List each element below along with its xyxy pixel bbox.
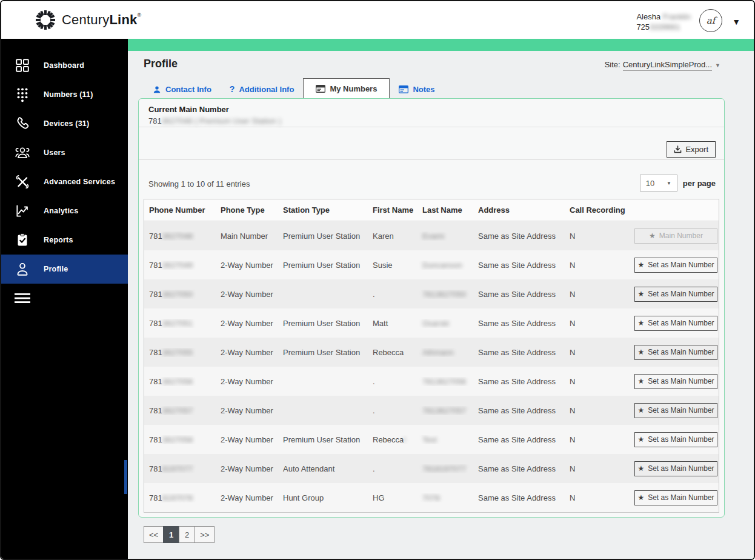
- tab-additional-info[interactable]: ? Additional Info: [221, 79, 304, 99]
- tab-contact-info[interactable]: Contact Info: [144, 79, 221, 99]
- star-icon: ★: [637, 319, 644, 327]
- cell-call-recording: N: [565, 406, 630, 415]
- divider: [139, 127, 724, 127]
- action-label: Set as Main Number: [648, 261, 714, 269]
- hamburger-menu-icon: [13, 292, 32, 305]
- cell-phone-number: 7813627050: [144, 290, 216, 299]
- cell-phone-type: Main Number: [216, 232, 278, 241]
- last-name-blurred: Athmann: [422, 348, 454, 357]
- export-label: Export: [685, 145, 708, 154]
- table-row: 7813627057 2-Way Number . 7813627057 Sam…: [144, 396, 719, 425]
- cell-action: ★Main Number: [630, 228, 719, 244]
- analytics-chart-icon: [13, 203, 32, 219]
- cell-first-name: Rebecca: [368, 348, 417, 357]
- sidebar-item-analytics[interactable]: Analytics: [1, 196, 128, 225]
- download-icon: [674, 145, 682, 153]
- cell-phone-number: 7813627057: [144, 406, 216, 415]
- star-icon: ★: [637, 406, 644, 415]
- export-button[interactable]: Export: [667, 141, 716, 158]
- showing-entries-text: Showing 1 to 10 of 11 entries: [148, 179, 250, 188]
- set-main-number-button[interactable]: ★Set as Main Number: [634, 432, 717, 447]
- pagination-last-button[interactable]: >>: [195, 526, 215, 543]
- last-name-blurred: 7818197077: [422, 464, 466, 473]
- site-selector[interactable]: Site:CenturyLinkSimpleProd...▼: [605, 60, 720, 69]
- centurylink-logo: CenturyLink®: [35, 9, 141, 31]
- top-header: CenturyLink® Alesha Franklin 7253339661 …: [1, 1, 754, 39]
- sidebar-item-reports[interactable]: Reports: [1, 225, 128, 255]
- my-numbers-panel: Current Main Number 7813627048 ( Premium…: [138, 98, 725, 518]
- set-main-number-button[interactable]: ★Set as Main Number: [634, 258, 717, 273]
- phone-number-blurred: 8197078: [162, 493, 193, 502]
- pagination-page-1[interactable]: 1: [163, 526, 179, 543]
- sidebar-menu-toggle[interactable]: [1, 284, 128, 313]
- avatar[interactable]: af: [699, 9, 722, 32]
- current-main-number-value: 7813627048 ( Premium User Station ): [148, 116, 281, 125]
- site-caret-icon: ▼: [715, 62, 720, 68]
- cell-action: ★Set as Main Number: [630, 374, 719, 389]
- site-label: Site:: [605, 60, 620, 69]
- last-name-blurred: Duncanson: [422, 261, 462, 270]
- sidebar-item-users[interactable]: Users: [1, 138, 128, 167]
- set-main-number-button[interactable]: ★Set as Main Number: [634, 490, 717, 505]
- sidebar-item-numbers[interactable]: Numbers (11): [1, 80, 128, 109]
- user-menu-caret-icon[interactable]: ▼: [732, 17, 740, 27]
- sidebar: Dashboard Numbers (11) Devices (31): [1, 39, 128, 559]
- sidebar-item-dashboard[interactable]: Dashboard: [1, 51, 128, 80]
- set-main-number-button[interactable]: ★Main Number: [634, 228, 717, 244]
- tab-notes[interactable]: Notes: [390, 79, 444, 99]
- sidebar-scrollbar[interactable]: [124, 460, 127, 494]
- cell-first-name: HG: [368, 493, 417, 502]
- cell-action: ★Set as Main Number: [630, 432, 719, 447]
- set-main-number-button[interactable]: ★Set as Main Number: [634, 345, 717, 360]
- per-page-value: 10: [646, 179, 654, 188]
- cell-station-type: Premium User Station: [278, 232, 368, 241]
- set-main-number-button[interactable]: ★Set as Main Number: [634, 287, 717, 302]
- table-row: 7818197077 2-Way Number Auto Attendant .…: [144, 454, 719, 483]
- centurylink-starburst-icon: [35, 9, 56, 31]
- dialpad-icon: [13, 87, 32, 102]
- cell-phone-number: 7818197077: [144, 464, 216, 473]
- table-row: 7818197078 2-Way Number Hunt Group HG 70…: [144, 483, 719, 512]
- table-row: 7813627055 2-Way Number Premium User Sta…: [144, 338, 719, 367]
- set-main-number-button[interactable]: ★Set as Main Number: [634, 403, 717, 418]
- star-icon: ★: [637, 261, 644, 269]
- col-call-recording: Call Recording: [565, 205, 630, 215]
- phone-number-blurred: 3627050: [162, 290, 193, 299]
- cell-phone-number: 7813627055: [144, 348, 216, 357]
- set-main-number-button[interactable]: ★Set as Main Number: [634, 374, 717, 389]
- phone-number-blurred: 3627048: [162, 232, 193, 241]
- table-row: 7813627048 Main Number Premium User Stat…: [144, 221, 719, 250]
- cell-first-name: .: [368, 464, 417, 473]
- per-page-select[interactable]: 10 ▼: [640, 175, 677, 192]
- pagination-first-button[interactable]: <<: [144, 526, 164, 543]
- cell-action: ★Set as Main Number: [630, 461, 719, 476]
- action-label: Set as Main Number: [648, 377, 714, 385]
- cell-phone-type: 2-Way Number: [216, 290, 278, 299]
- tab-my-numbers[interactable]: My Numbers: [303, 78, 390, 99]
- cell-call-recording: N: [565, 377, 630, 386]
- sidebar-item-label: Advanced Services: [44, 178, 115, 186]
- user-name: Alesha Franklin: [636, 12, 691, 22]
- star-icon: ★: [637, 464, 644, 473]
- card-icon: [399, 85, 408, 93]
- cell-last-name: 7813627057: [417, 406, 473, 415]
- sidebar-item-advanced-services[interactable]: Advanced Services: [1, 167, 128, 196]
- pagination: << 1 2 >>: [144, 526, 215, 543]
- cell-call-recording: N: [565, 348, 630, 357]
- centurylink-wordmark: CenturyLink®: [62, 12, 141, 28]
- cell-address: Same as Site Address: [473, 261, 565, 270]
- set-main-number-button[interactable]: ★Set as Main Number: [634, 461, 717, 476]
- cell-last-name: Athmann: [417, 348, 473, 357]
- cell-action: ★Set as Main Number: [630, 345, 719, 360]
- set-main-number-button[interactable]: ★Set as Main Number: [634, 316, 717, 331]
- cell-address: Same as Site Address: [473, 406, 565, 415]
- cell-call-recording: N: [565, 493, 630, 502]
- pagination-page-2[interactable]: 2: [179, 526, 195, 543]
- sidebar-item-devices[interactable]: Devices (31): [1, 109, 128, 138]
- cell-address: Same as Site Address: [473, 290, 565, 299]
- question-icon: ?: [230, 84, 235, 94]
- sidebar-item-profile[interactable]: Profile: [1, 255, 128, 284]
- cell-last-name: 7078: [417, 493, 473, 502]
- cell-phone-type: 2-Way Number: [216, 319, 278, 328]
- cell-address: Same as Site Address: [473, 232, 565, 241]
